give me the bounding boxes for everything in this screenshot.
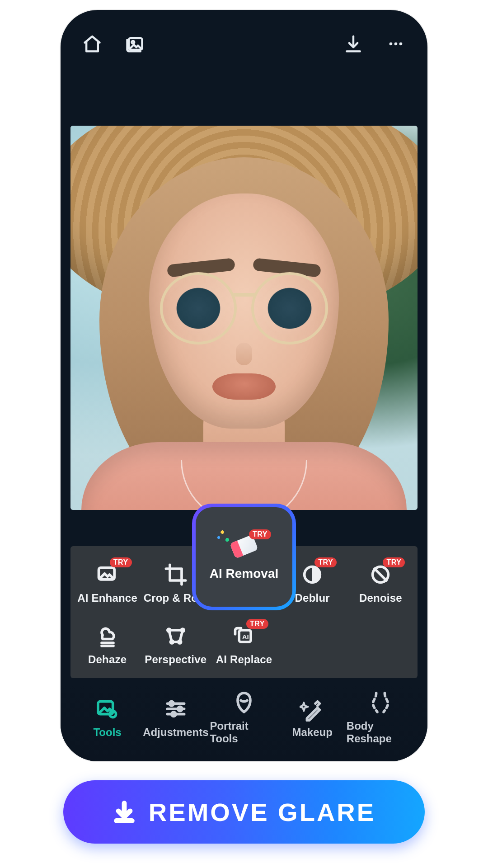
nav-makeup[interactable]: Makeup [278, 696, 347, 739]
body-icon [368, 690, 393, 715]
ai-replace-icon: AI TRY [231, 623, 257, 649]
svg-point-1 [131, 41, 134, 43]
phone-frame: TRY AI Enhance Crop & Rota TRY Deblu [61, 10, 427, 761]
tool-label: Denoise [359, 592, 402, 604]
nav-label: Portrait Tools [210, 720, 278, 745]
tool-label: Deblur [295, 592, 330, 604]
svg-point-2 [389, 42, 393, 46]
remove-glare-button[interactable]: REMOVE GLARE [63, 780, 425, 844]
eraser-sparkle-icon: TRY [228, 533, 260, 560]
nav-body-reshape[interactable]: Body Reshape [347, 690, 415, 745]
tool-ai-enhance[interactable]: TRY AI Enhance [74, 562, 141, 604]
svg-point-3 [394, 42, 398, 46]
download-icon [113, 800, 136, 824]
image-sparkle-icon: TRY [95, 562, 120, 587]
nav-label: Tools [93, 726, 121, 739]
svg-point-4 [399, 42, 403, 46]
download-icon[interactable] [343, 33, 364, 55]
tool-denoise[interactable]: TRY Denoise [347, 562, 414, 604]
topbar [61, 10, 427, 78]
tool-label: AI Enhance [77, 592, 137, 604]
tool-ai-replace[interactable]: AI TRY AI Replace [210, 623, 278, 666]
sliders-icon [163, 696, 188, 722]
try-badge: TRY [314, 557, 337, 567]
halfmoon-icon: TRY [300, 562, 325, 587]
denoise-icon: TRY [368, 562, 393, 587]
try-badge: TRY [246, 619, 268, 629]
tool-ai-removal[interactable]: TRY AI Removal [196, 507, 292, 607]
nav-label: Adjustments [143, 726, 208, 739]
portrait-icon [231, 690, 257, 715]
bottom-nav: Tools Adjustments Portrait Tools Makeup … [61, 684, 427, 761]
svg-text:AI: AI [242, 633, 249, 641]
crop-icon [163, 562, 188, 587]
tool-label: AI Replace [216, 653, 272, 666]
tool-label: Dehaze [88, 653, 127, 666]
gallery-icon[interactable] [124, 33, 145, 55]
cloud-sliders-icon [95, 623, 120, 649]
tool-label: Perspective [145, 653, 206, 666]
nav-tools[interactable]: Tools [73, 696, 141, 739]
perspective-icon [163, 623, 188, 649]
nav-portrait-tools[interactable]: Portrait Tools [210, 690, 278, 745]
more-icon[interactable] [385, 33, 407, 55]
makeup-icon [300, 696, 325, 722]
try-badge: TRY [110, 557, 132, 567]
try-badge: TRY [249, 529, 271, 539]
nav-label: Makeup [292, 726, 333, 739]
tool-dehaze[interactable]: Dehaze [74, 623, 141, 666]
cta-label: REMOVE GLARE [149, 797, 375, 827]
image-preview[interactable] [70, 126, 418, 510]
nav-adjustments[interactable]: Adjustments [141, 696, 210, 739]
tool-perspective[interactable]: Perspective [142, 623, 210, 666]
try-badge: TRY [383, 557, 405, 567]
tool-label: AI Removal [210, 566, 279, 581]
nav-label: Body Reshape [347, 720, 415, 745]
tools-icon [95, 696, 120, 722]
home-icon[interactable] [81, 33, 103, 55]
